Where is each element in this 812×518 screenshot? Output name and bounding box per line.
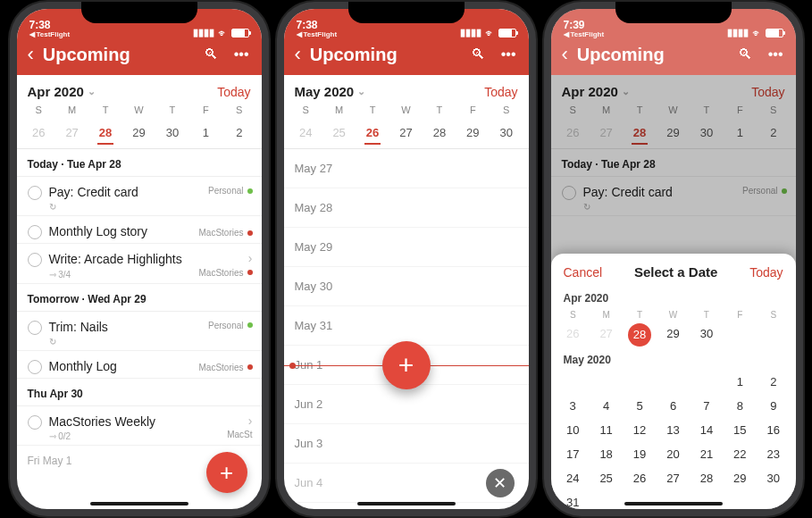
- day-cell[interactable]: 29: [657, 322, 690, 348]
- day-cell[interactable]: 25: [590, 466, 623, 490]
- day-cell[interactable]: 27: [590, 322, 623, 348]
- date-item[interactable]: May 29: [284, 228, 529, 267]
- date-row[interactable]: 24 25 26 27 28 29 30: [284, 119, 529, 146]
- date-item[interactable]: Jun 4 ✕: [284, 464, 529, 503]
- day-cell[interactable]: 27: [389, 122, 423, 143]
- day-cell[interactable]: 19: [623, 442, 656, 466]
- close-button[interactable]: ✕: [486, 469, 515, 497]
- task-row[interactable]: Monthly Log MacStories: [17, 351, 262, 379]
- day-cell[interactable]: 2: [222, 122, 255, 143]
- day-cell[interactable]: 25: [322, 122, 356, 143]
- day-cell[interactable]: 26: [557, 322, 590, 348]
- day-cell[interactable]: 29: [122, 122, 155, 143]
- month-label: May 2020: [557, 348, 791, 370]
- day-cell[interactable]: 2: [757, 370, 790, 394]
- status-time: 7:38: [297, 20, 318, 30]
- day-cell[interactable]: 16: [757, 418, 790, 442]
- day-cell[interactable]: 29: [456, 122, 490, 143]
- home-indicator[interactable]: [624, 502, 723, 505]
- task-row[interactable]: Pay: Credit card ↻ Personal: [17, 177, 262, 216]
- day-cell[interactable]: 9: [757, 394, 790, 418]
- day-cell[interactable]: 27: [55, 122, 88, 143]
- back-testflight[interactable]: ◀ TestFlight: [297, 31, 338, 38]
- back-icon[interactable]: ‹: [24, 45, 38, 64]
- date-item[interactable]: May 31: [284, 306, 529, 346]
- day-cell[interactable]: 30: [690, 322, 723, 348]
- day-cell[interactable]: 31: [557, 490, 590, 509]
- day-cell-selected[interactable]: 28: [88, 122, 121, 143]
- day-cell[interactable]: 24: [557, 466, 590, 490]
- task-row[interactable]: Monthly Log story MacStories: [17, 216, 262, 244]
- month-selector[interactable]: Apr 2020 ⌄: [28, 84, 96, 99]
- today-button[interactable]: Today: [749, 265, 783, 280]
- day-cell[interactable]: 17: [557, 442, 590, 466]
- today-button[interactable]: Today: [484, 85, 517, 99]
- day-cell[interactable]: 14: [690, 418, 723, 442]
- checkbox[interactable]: [28, 360, 42, 374]
- more-icon[interactable]: •••: [496, 43, 522, 66]
- home-indicator[interactable]: [90, 502, 188, 505]
- chevron-right-icon[interactable]: ›: [248, 414, 253, 428]
- checkbox[interactable]: [28, 321, 42, 335]
- day-cell[interactable]: 29: [724, 466, 757, 490]
- day-cell[interactable]: 21: [690, 442, 723, 466]
- today-button[interactable]: Today: [217, 85, 250, 99]
- date-row[interactable]: 26 27 28 29 30 1 2: [17, 119, 262, 146]
- day-cell[interactable]: 20: [657, 442, 690, 466]
- date-item[interactable]: Jun 3: [284, 424, 529, 464]
- add-task-fab[interactable]: +: [382, 341, 431, 389]
- date-scroll-list[interactable]: May 27 May 28 May 29 May 30 May 31 Jun 1…: [284, 149, 529, 509]
- day-cell[interactable]: 13: [657, 418, 690, 442]
- day-cell[interactable]: 4: [590, 394, 623, 418]
- checkbox[interactable]: [28, 186, 42, 200]
- day-cell[interactable]: 3: [557, 394, 590, 418]
- chevron-right-icon[interactable]: ›: [248, 251, 253, 265]
- add-task-fab[interactable]: +: [206, 452, 247, 493]
- day-cell[interactable]: 10: [557, 418, 590, 442]
- back-testflight[interactable]: ◀ TestFlight: [29, 31, 71, 38]
- day-cell[interactable]: 1: [189, 122, 222, 143]
- date-item[interactable]: May 28: [284, 188, 529, 228]
- date-item[interactable]: May 27: [284, 149, 529, 188]
- cancel-button[interactable]: Cancel: [564, 265, 603, 280]
- task-row[interactable]: Write: Arcade Highlights ⇾ 3/4 › MacStor…: [17, 244, 262, 283]
- task-row[interactable]: Trim: Nails ↻ Personal: [17, 312, 262, 351]
- date-item[interactable]: Jun 2: [284, 385, 529, 424]
- day-cell[interactable]: 28: [423, 122, 456, 143]
- date-item[interactable]: Jun 1 +: [284, 346, 529, 385]
- checkbox[interactable]: [28, 253, 42, 267]
- day-cell[interactable]: 27: [657, 466, 690, 490]
- more-icon[interactable]: •••: [229, 43, 255, 66]
- day-cell[interactable]: 30: [757, 466, 790, 490]
- day-cell[interactable]: 26: [22, 122, 55, 143]
- day-cell-selected[interactable]: 28: [628, 323, 651, 347]
- day-cell[interactable]: 18: [590, 442, 623, 466]
- day-cell[interactable]: 5: [623, 394, 656, 418]
- day-cell[interactable]: 7: [690, 394, 723, 418]
- checkbox[interactable]: [28, 415, 42, 430]
- day-cell[interactable]: 23: [757, 442, 790, 466]
- day-cell[interactable]: 26: [623, 466, 656, 490]
- day-cell[interactable]: 30: [490, 122, 523, 143]
- home-indicator[interactable]: [357, 502, 456, 505]
- day-cell-selected[interactable]: 26: [356, 122, 389, 143]
- search-icon[interactable]: 🔍︎: [465, 43, 490, 66]
- month-selector[interactable]: May 2020 ⌄: [295, 84, 366, 99]
- day-cell[interactable]: 1: [724, 370, 757, 394]
- day-cell[interactable]: 15: [724, 418, 757, 442]
- day-cell[interactable]: 12: [623, 418, 656, 442]
- day-cell[interactable]: 11: [590, 418, 623, 442]
- search-icon[interactable]: 🔍︎: [198, 43, 223, 66]
- day-cell[interactable]: 22: [724, 442, 757, 466]
- task-row[interactable]: MacStories Weekly ⇾ 0/2 › MacSt: [17, 406, 262, 446]
- back-testflight[interactable]: ◀ TestFlight: [564, 31, 605, 38]
- day-cell[interactable]: 8: [724, 394, 757, 418]
- back-icon[interactable]: ‹: [291, 45, 305, 64]
- day-cell[interactable]: 30: [155, 122, 188, 143]
- task-list[interactable]: Today · Tue Apr 28 Pay: Credit card ↻ Pe…: [17, 149, 262, 509]
- day-cell[interactable]: 28: [690, 466, 723, 490]
- day-cell[interactable]: 6: [657, 394, 690, 418]
- checkbox[interactable]: [28, 225, 42, 239]
- day-cell[interactable]: 24: [289, 122, 322, 143]
- date-item[interactable]: May 30: [284, 267, 529, 306]
